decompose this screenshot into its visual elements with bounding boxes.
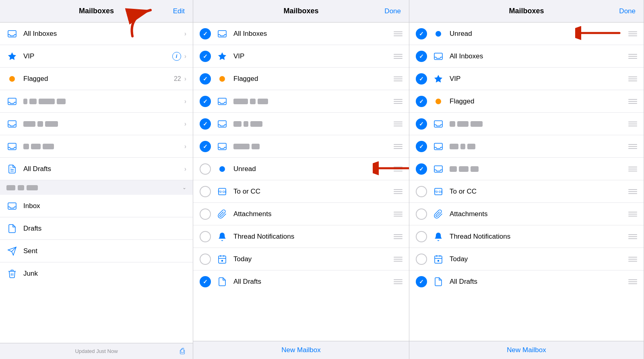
drag-handle[interactable]	[628, 122, 637, 126]
p2-blurred5[interactable]: ✓	[193, 113, 409, 135]
drag-handle[interactable]	[394, 31, 402, 36]
drag-handle[interactable]	[628, 189, 637, 194]
drag-handle[interactable]	[628, 99, 637, 104]
list-item-inbox[interactable]: Inbox	[0, 195, 193, 217]
drag-handle[interactable]	[628, 54, 637, 59]
drag-handle[interactable]	[394, 99, 402, 104]
check-all-inboxes-3[interactable]: ✓	[416, 51, 427, 62]
check-b7[interactable]: ✓	[416, 118, 427, 130]
p2-attachments[interactable]: Attachments	[193, 203, 409, 225]
star-icon-p2	[217, 51, 228, 62]
p3-unread[interactable]: ✓ Unread	[409, 23, 644, 45]
today-icon-p3	[433, 254, 444, 265]
check-thread-3[interactable]	[416, 231, 427, 242]
p2-flagged[interactable]: ✓ Flagged	[193, 68, 409, 90]
p3-to-cc[interactable]: TO CC To or CC	[409, 180, 644, 203]
p3-blurred9[interactable]: ✓	[409, 158, 644, 180]
p3-blurred8[interactable]: ✓	[409, 135, 644, 158]
check-b5[interactable]: ✓	[200, 118, 211, 130]
drag-handle[interactable]	[394, 212, 402, 217]
edit-button[interactable]: Edit	[173, 7, 185, 15]
p3-vip[interactable]: ✓ VIP	[409, 68, 644, 90]
p3-flagged[interactable]: ✓ Flagged	[409, 90, 644, 113]
done-button-2[interactable]: Done	[384, 7, 401, 15]
p2-thread-label: Thread Notifications	[233, 233, 385, 241]
check-b8[interactable]: ✓	[416, 141, 427, 152]
check-all-drafts-3[interactable]: ✓	[416, 276, 427, 287]
list-item-vip[interactable]: VIP i ›	[0, 45, 193, 68]
junk-label: Junk	[23, 270, 186, 278]
check-to-cc-3[interactable]	[416, 186, 427, 197]
p2-all-drafts[interactable]: ✓ All Drafts	[193, 270, 409, 293]
drafts-label: Drafts	[23, 225, 186, 233]
list-item-blurred2[interactable]: ›	[0, 113, 193, 135]
p3-today[interactable]: Today	[409, 248, 644, 270]
list-item-all-drafts-1[interactable]: All Drafts ›	[0, 158, 193, 180]
check-attachments-2[interactable]	[200, 208, 211, 220]
check-to-cc-2[interactable]	[200, 186, 211, 197]
drag-handle[interactable]	[394, 144, 402, 149]
check-attachments-3[interactable]	[416, 208, 427, 220]
list-item-sent[interactable]: Sent	[0, 240, 193, 262]
p3-all-inboxes[interactable]: ✓ All Inboxes	[409, 45, 644, 68]
check-today-2[interactable]	[200, 254, 211, 265]
p2-thread-notifications[interactable]: Thread Notifications	[193, 225, 409, 248]
list-item-junk[interactable]: Junk	[0, 262, 193, 285]
flag-icon-p3	[433, 96, 444, 107]
drag-handle[interactable]	[394, 257, 402, 262]
p3-blurred7[interactable]: ✓	[409, 113, 644, 135]
drag-handle[interactable]	[628, 234, 637, 239]
check-b4[interactable]: ✓	[200, 96, 211, 107]
drag-handle[interactable]	[628, 279, 637, 284]
check-thread-2[interactable]	[200, 231, 211, 242]
p3-thread-notifications[interactable]: Thread Notifications	[409, 225, 644, 248]
check-vip[interactable]: ✓	[200, 51, 211, 62]
new-mailbox-button-2[interactable]: New Mailbox	[281, 346, 320, 354]
check-all-inboxes[interactable]: ✓	[200, 28, 211, 39]
section-chevron-down[interactable]: ⌄	[182, 185, 186, 190]
drag-handle[interactable]	[394, 54, 402, 59]
drag-handle[interactable]	[394, 189, 402, 194]
check-all-drafts-2[interactable]: ✓	[200, 276, 211, 287]
check-vip-3[interactable]: ✓	[416, 73, 427, 85]
drag-handle[interactable]	[394, 122, 402, 126]
list-item-blurred3[interactable]: ›	[0, 135, 193, 158]
drag-handle[interactable]	[628, 257, 637, 262]
p2-all-inboxes[interactable]: ✓ All Inboxes	[193, 23, 409, 45]
p2-vip[interactable]: ✓ VIP	[193, 45, 409, 68]
compose-icon[interactable]: ⎙	[180, 347, 185, 356]
check-unread-3[interactable]: ✓	[416, 28, 427, 39]
p2-unread[interactable]: Unread	[193, 158, 409, 180]
inbox-icon-b4	[217, 96, 228, 107]
check-today-3[interactable]	[416, 254, 427, 265]
p3-attachments-label: Attachments	[450, 210, 619, 218]
list-item-flagged[interactable]: Flagged 22 ›	[0, 68, 193, 90]
p2-to-cc[interactable]: TO CC To or CC	[193, 180, 409, 203]
p3-all-drafts[interactable]: ✓ All Drafts	[409, 270, 644, 293]
drag-handle[interactable]	[628, 212, 637, 217]
p2-blurred6[interactable]: ✓	[193, 135, 409, 158]
drag-handle[interactable]	[394, 279, 402, 284]
p2-today[interactable]: Today	[193, 248, 409, 270]
check-b9[interactable]: ✓	[416, 163, 427, 175]
check-flagged[interactable]: ✓	[200, 73, 211, 85]
drag-handle[interactable]	[394, 167, 402, 171]
check-flagged-3[interactable]: ✓	[416, 96, 427, 107]
list-item-all-inboxes[interactable]: All Inboxes ›	[0, 23, 193, 45]
p2-blurred4[interactable]: ✓	[193, 90, 409, 113]
new-mailbox-button-3[interactable]: New Mailbox	[507, 346, 546, 354]
check-unread-2[interactable]	[200, 163, 211, 175]
done-button-3[interactable]: Done	[619, 7, 636, 15]
drag-handle[interactable]	[628, 76, 637, 81]
drag-handle[interactable]	[628, 144, 637, 149]
p3-attachments[interactable]: Attachments	[409, 203, 644, 225]
check-b6[interactable]: ✓	[200, 141, 211, 152]
list-item-drafts[interactable]: Drafts	[0, 217, 193, 240]
info-icon[interactable]: i	[172, 52, 181, 61]
drag-handle[interactable]	[394, 76, 402, 81]
drag-handle[interactable]	[394, 234, 402, 239]
list-item-blurred1[interactable]: ›	[0, 90, 193, 113]
drag-handle[interactable]	[628, 167, 637, 171]
drag-handle[interactable]	[628, 31, 637, 36]
blurred-p2-5	[233, 121, 385, 127]
